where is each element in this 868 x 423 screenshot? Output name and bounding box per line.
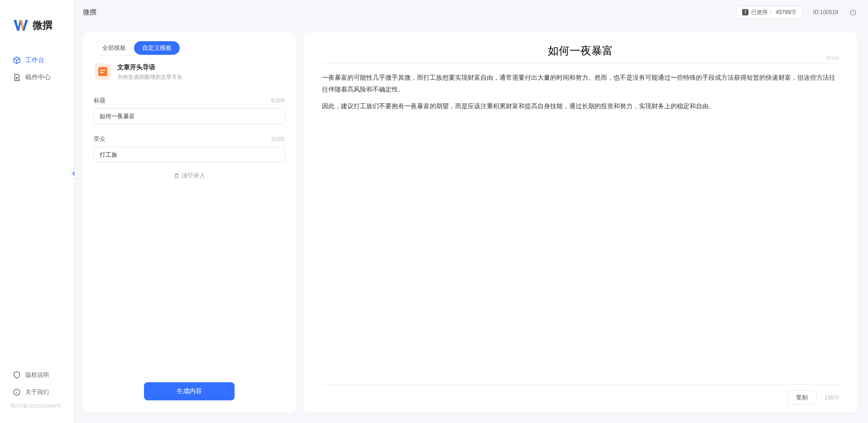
output-paragraph: 一夜暴富的可能性几乎微乎其微，而打工族想要实现财富自由，通常需要付出大量的时间和… (322, 72, 839, 95)
template-icon (95, 63, 111, 80)
input-panel: 全部模板 自定义模板 文章开头导语 为你生成抓眼球的文章开头 标题 6/100 (83, 33, 296, 412)
icp-text: 鄂ICP备2022016946号 (0, 401, 74, 414)
sidebar: 微撰 工作台 稿件中心 版权说明 关于我们 鄂ICP备2022016946号 (0, 0, 75, 423)
topbar: 微撰 T 已使用： 45799字 ID:100519 (75, 0, 868, 24)
sidebar-item-label: 版权说明 (25, 371, 49, 379)
output-body: 一夜暴富的可能性几乎微乎其微，而打工族想要实现财富自由，通常需要付出大量的时间和… (322, 64, 839, 385)
generate-button[interactable]: 生成内容 (144, 382, 235, 400)
sidebar-item-label: 工作台 (25, 56, 44, 64)
cube-icon (13, 56, 21, 64)
shield-icon (13, 371, 21, 379)
sidebar-item-drafts[interactable]: 稿件中心 (0, 69, 74, 86)
tab-all-templates[interactable]: 全部模板 (94, 41, 134, 55)
sidebar-collapse-handle[interactable] (70, 168, 78, 178)
logo: 微撰 (0, 0, 74, 47)
document-icon (13, 73, 21, 82)
sidebar-item-workspace[interactable]: 工作台 (0, 52, 74, 69)
output-word-count: 156字 (825, 394, 839, 402)
field-title: 标题 6/100 (94, 96, 285, 124)
sidebar-item-about[interactable]: 关于我们 (0, 384, 74, 401)
field-audience-label: 受众 (94, 135, 106, 143)
sidebar-item-label: 稿件中心 (25, 73, 51, 82)
clear-label: 清空录入 (182, 172, 205, 180)
output-paragraph: 因此，建议打工族们不要抱有一夜暴富的期望，而是应该注重积累财富和提高自身技能，通… (322, 101, 839, 112)
template-desc: 为你生成抓眼球的文章开头 (117, 73, 182, 81)
field-audience-count: 3/100 (271, 136, 285, 142)
field-title-count: 6/100 (271, 97, 285, 104)
trash-icon (173, 173, 180, 179)
nav: 工作台 稿件中心 (0, 47, 74, 366)
audience-input[interactable] (94, 147, 285, 163)
text-icon: T (742, 9, 748, 15)
usage-value: 45799字 (776, 9, 796, 16)
page-title: 微撰 (83, 8, 96, 17)
copy-button[interactable]: 复制 (787, 390, 816, 405)
clear-button[interactable]: 清空录入 (94, 172, 285, 180)
sidebar-item-copyright[interactable]: 版权说明 (0, 366, 74, 384)
field-title-label: 标题 (94, 96, 106, 105)
tab-custom-templates[interactable]: 自定义模板 (134, 41, 180, 55)
output-panel: 如何一夜暴富 6/100 一夜暴富的可能性几乎微乎其微，而打工族想要实现财富自由… (304, 33, 857, 412)
footer-nav: 版权说明 关于我们 鄂ICP备2022016946号 (0, 366, 74, 423)
logo-text: 微撰 (33, 19, 53, 32)
template-tabs: 全部模板 自定义模板 (94, 41, 180, 55)
output-title: 如何一夜暴富 (548, 43, 613, 58)
field-audience: 受众 3/100 (94, 135, 285, 163)
chevron-left-icon (72, 171, 77, 176)
template-title: 文章开头导语 (117, 63, 182, 72)
title-input[interactable] (94, 108, 285, 124)
user-id: ID:100519 (813, 9, 838, 15)
main: 微撰 T 已使用： 45799字 ID:100519 全部模板 自定义模板 (75, 0, 868, 423)
logo-icon (13, 17, 29, 34)
usage-pill[interactable]: T 已使用： 45799字 (736, 6, 802, 19)
sidebar-item-label: 关于我们 (25, 388, 49, 396)
output-title-count: 6/100 (826, 55, 839, 61)
info-icon (13, 388, 21, 396)
power-icon[interactable] (849, 8, 857, 16)
usage-label: 已使用： (751, 9, 773, 16)
template-card: 文章开头导语 为你生成抓眼球的文章开头 (94, 55, 285, 86)
